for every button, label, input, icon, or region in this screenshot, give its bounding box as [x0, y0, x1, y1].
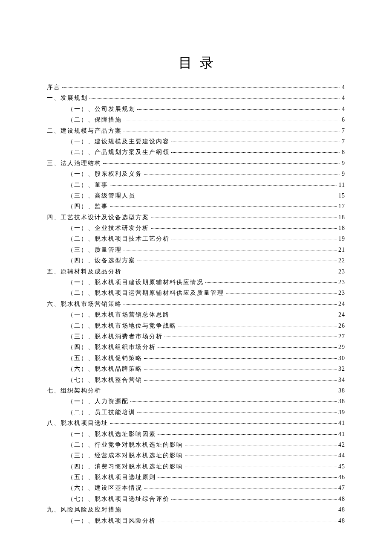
- toc-entry[interactable]: 一、发展规划4: [47, 95, 345, 106]
- toc-entry-label: （三）、脱水机消费者市场分析: [67, 334, 163, 340]
- toc-dot-leader: [137, 196, 337, 196]
- toc-entry-pageno: 23: [338, 290, 345, 296]
- toc-dot-leader: [151, 228, 337, 229]
- toc-entry-label: （四）、消费习惯对脱水机选址的影响: [67, 464, 183, 470]
- toc-dot-leader: [171, 152, 340, 153]
- toc-entry[interactable]: 九、风险风险及应对措施48: [47, 507, 345, 517]
- toc-dot-leader: [151, 218, 337, 218]
- toc-entry-pageno: 47: [338, 485, 345, 491]
- toc-entry[interactable]: （三）、脱水机消费者市场分析27: [47, 334, 345, 344]
- toc-entry-label: （二）、保障措施: [67, 117, 122, 123]
- toc-entry[interactable]: （三）、质量管理21: [47, 247, 345, 258]
- toc-entry-pageno: 30: [338, 355, 345, 361]
- toc-entry[interactable]: （一）、脱水机项目风险分析48: [47, 518, 345, 529]
- toc-dot-leader: [144, 358, 337, 359]
- toc-entry-label: 一、发展规划: [47, 95, 88, 101]
- toc-entry-pageno: 41: [338, 431, 345, 437]
- toc-entry-label: （二）、脱水机项目运营期原辅材料供应及质量管理: [67, 290, 224, 296]
- toc-entry-pageno: 4: [342, 95, 345, 101]
- toc-entry[interactable]: （一）、股东权利及义务9: [47, 171, 345, 182]
- toc-entry[interactable]: 三、法人治理结构9: [47, 160, 345, 171]
- toc-entry-label: （二）、董事: [67, 182, 108, 188]
- toc-entry[interactable]: （五）、脱水机促销策略30: [47, 355, 345, 366]
- toc-entry[interactable]: （七）、脱水机项目选址综合评价48: [47, 496, 345, 507]
- toc-entry[interactable]: （二）、行业竞争对脱水机选址的影响42: [47, 442, 345, 453]
- toc-entry[interactable]: （一）、脱水机市场营销总体思路24: [47, 312, 345, 323]
- toc-entry-pageno: 4: [342, 84, 345, 90]
- toc-entry-label: 二、建设规模与产品方案: [47, 128, 122, 134]
- toc-dot-leader: [124, 304, 337, 305]
- toc-entry-pageno: 8: [342, 149, 345, 155]
- toc-dot-leader: [158, 477, 337, 478]
- toc-entry[interactable]: （一）、建设规模及主要建设内容7: [47, 139, 345, 149]
- toc-entry[interactable]: （五）、脱水机项目选址原则46: [47, 474, 345, 485]
- toc-entry-label: （六）、建设区基本情况: [67, 485, 142, 491]
- toc-dot-leader: [110, 185, 337, 186]
- toc-entry-pageno: 18: [338, 215, 345, 221]
- toc-entry[interactable]: （七）、脱水机整合营销34: [47, 377, 345, 388]
- toc-entry-pageno: 21: [338, 247, 345, 253]
- toc-entry[interactable]: 六、脱水机市场营销策略24: [47, 301, 345, 312]
- toc-dot-leader: [130, 401, 337, 402]
- toc-entry[interactable]: （二）、脱水机项目运营期原辅材料供应及质量管理23: [47, 290, 345, 301]
- toc-entry-pageno: 48: [338, 507, 345, 513]
- toc-entry-label: （四）、脱水机组织市场分析: [67, 344, 156, 350]
- toc-entry[interactable]: （三）、经营成本对脱水机选址的影响44: [47, 453, 345, 463]
- toc-entry[interactable]: （六）、脱水机品牌策略32: [47, 366, 345, 377]
- toc-entry[interactable]: （二）、保障措施6: [47, 117, 345, 128]
- toc-entry[interactable]: （一）、脱水机选址影响因素41: [47, 431, 345, 442]
- toc-entry-pageno: 9: [342, 171, 345, 177]
- toc-entry-label: 五、原辅材料及成品分析: [47, 269, 122, 275]
- toc-entry-label: （二）、脱水机市场地位与竞争战略: [67, 323, 176, 329]
- toc-entry[interactable]: （一）、企业技术研发分析18: [47, 225, 345, 236]
- toc-dot-leader: [144, 380, 337, 381]
- toc-entry-label: （一）、脱水机市场营销总体思路: [67, 312, 170, 318]
- toc-dot-leader: [144, 488, 337, 488]
- toc-entry[interactable]: （四）、监事17: [47, 203, 345, 214]
- toc-entry[interactable]: （一）、脱水机项目建设期原辅材料供应情况23: [47, 279, 345, 290]
- toc-entry-pageno: 7: [342, 128, 345, 134]
- toc-entry-pageno: 7: [342, 139, 345, 145]
- toc-entry[interactable]: （一）、人力资源配38: [47, 398, 345, 409]
- toc-entry-label: （二）、产品规划方案及生产纲领: [67, 149, 170, 155]
- toc-dot-leader: [137, 413, 337, 413]
- toc-entry-pageno: 4: [342, 106, 345, 112]
- toc-entry-pageno: 38: [338, 398, 345, 404]
- toc-entry-label: （七）、脱水机整合营销: [67, 377, 142, 383]
- toc-entry[interactable]: （二）、董事11: [47, 182, 345, 193]
- toc-entry[interactable]: （二）、脱水机项目技术工艺分析19: [47, 236, 345, 247]
- toc-entry[interactable]: 五、原辅材料及成品分析23: [47, 269, 345, 279]
- toc-entry-label: （七）、脱水机项目选址综合评价: [67, 496, 170, 502]
- toc-entry-label: （三）、质量管理: [67, 247, 122, 253]
- toc-entry-label: 九、风险风险及应对措施: [47, 507, 122, 513]
- toc-dot-leader: [171, 239, 337, 239]
- toc-entry[interactable]: （二）、员工技能培训39: [47, 410, 345, 420]
- toc-entry[interactable]: 四、工艺技术设计及设备选型方案18: [47, 215, 345, 225]
- toc-entry[interactable]: （四）、脱水机组织市场分析29: [47, 344, 345, 355]
- page: 目录 序言4一、发展规划4（一）、公司发展规划4（二）、保障措施6二、建设规模与…: [0, 0, 392, 555]
- toc-dot-leader: [158, 434, 337, 435]
- toc-entry[interactable]: （三）、高级管理人员15: [47, 193, 345, 203]
- toc-entry-pageno: 45: [338, 464, 345, 470]
- toc-entry-label: （二）、行业竞争对脱水机选址的影响: [67, 442, 183, 448]
- toc-dot-leader: [110, 423, 337, 424]
- toc-entry[interactable]: （二）、脱水机市场地位与竞争战略26: [47, 323, 345, 334]
- toc-entry[interactable]: 八、脱水机项目选址41: [47, 420, 345, 431]
- toc-entry[interactable]: （四）、设备选型方案22: [47, 258, 345, 268]
- toc-entry[interactable]: （一）、公司发展规划4: [47, 106, 345, 117]
- toc-entry-label: （二）、脱水机项目技术工艺分析: [67, 236, 170, 242]
- toc-entry-label: （一）、股东权利及义务: [67, 171, 142, 177]
- toc-dot-leader: [137, 261, 337, 261]
- toc-entry[interactable]: 序言4: [47, 84, 345, 95]
- toc-entry[interactable]: （四）、消费习惯对脱水机选址的影响45: [47, 464, 345, 474]
- toc-dot-leader: [124, 510, 337, 510]
- toc-dot-leader: [89, 98, 340, 99]
- toc-dot-leader: [205, 282, 337, 283]
- toc-entry[interactable]: 二、建设规模与产品方案7: [47, 128, 345, 139]
- toc-dot-leader: [158, 347, 337, 348]
- toc-entry-pageno: 48: [338, 518, 345, 524]
- toc-dot-leader: [185, 445, 337, 445]
- toc-entry[interactable]: （六）、建设区基本情况47: [47, 485, 345, 496]
- toc-entry[interactable]: （二）、产品规划方案及生产纲领8: [47, 149, 345, 160]
- toc-entry[interactable]: 七、组织架构分析38: [47, 388, 345, 398]
